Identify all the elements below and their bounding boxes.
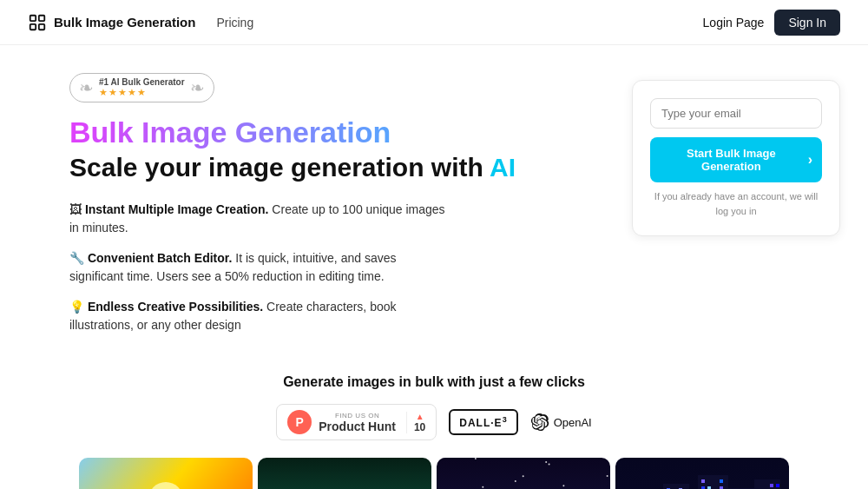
image-card bbox=[615, 458, 789, 489]
badge-stars: ★★★★★ bbox=[99, 87, 185, 98]
openai-label: OpenAI bbox=[554, 416, 592, 429]
badge-content: #1 AI Bulk Generator ★★★★★ bbox=[99, 77, 185, 98]
nav-logo: Bulk Image Generation bbox=[28, 13, 195, 32]
svg-rect-0 bbox=[30, 15, 36, 20]
logos-row: P FIND US ON Product Hunt ▲ 10 DALL·E3 O… bbox=[0, 404, 868, 440]
nav-right: Login Page Sign In bbox=[703, 10, 840, 36]
laurel-right-icon: ❧ bbox=[190, 77, 205, 98]
email-input[interactable] bbox=[650, 98, 822, 129]
dalle-badge: DALL·E3 bbox=[449, 409, 517, 435]
laurel-left-icon: ❧ bbox=[79, 77, 94, 98]
navbar: Bulk Image Generation Pricing Login Page… bbox=[0, 0, 868, 45]
hero-title-ai: AI bbox=[490, 153, 516, 182]
logo-text: Bulk Image Generation bbox=[54, 15, 195, 30]
ph-letter: P bbox=[296, 415, 304, 429]
images-row bbox=[0, 458, 868, 489]
svg-rect-3 bbox=[39, 23, 44, 29]
rank-badge: ❧ #1 AI Bulk Generator ★★★★★ ❧ bbox=[69, 73, 214, 102]
right-column: Start Bulk Image Generation › If you alr… bbox=[632, 73, 840, 347]
ph-arrow-icon: ▲ bbox=[416, 412, 424, 421]
ph-name: Product Hunt bbox=[319, 420, 396, 433]
main-content: ❧ #1 AI Bulk Generator ★★★★★ ❧ Bulk Imag… bbox=[0, 45, 868, 347]
dalle-label: DALL·E3 bbox=[459, 417, 507, 429]
ph-vote-count: 10 bbox=[414, 421, 425, 433]
features-list: 🖼 Instant Multiple Image Creation. Creat… bbox=[69, 201, 597, 334]
feature-item: 🖼 Instant Multiple Image Creation. Creat… bbox=[69, 201, 451, 237]
feature-item: 🔧 Convenient Batch Editor. It is quick, … bbox=[69, 249, 451, 286]
hero-title-top: Bulk Image Generation bbox=[69, 116, 597, 149]
bottom-section: Generate images in bulk with just a few … bbox=[0, 347, 868, 489]
start-button-label: Start Bulk Image Generation bbox=[660, 147, 803, 173]
bottom-heading: Generate images in bulk with just a few … bbox=[0, 374, 868, 390]
svg-rect-2 bbox=[30, 23, 36, 29]
logo-icon bbox=[28, 13, 47, 32]
ph-circle-icon: P bbox=[287, 410, 312, 434]
arrow-icon: › bbox=[808, 152, 812, 168]
nav-left: Bulk Image Generation Pricing bbox=[28, 13, 253, 32]
product-hunt-badge[interactable]: P FIND US ON Product Hunt ▲ 10 bbox=[276, 404, 437, 440]
badge-rank-label: #1 AI Bulk Generator bbox=[99, 77, 185, 87]
image-card bbox=[258, 458, 431, 489]
openai-badge: OpenAI bbox=[530, 413, 592, 432]
hero-title-main: Scale your image generation with AI bbox=[69, 152, 597, 183]
openai-icon bbox=[530, 413, 549, 432]
ph-text: FIND US ON Product Hunt bbox=[319, 412, 396, 433]
ph-top-line: FIND US ON bbox=[319, 412, 396, 420]
nav-pricing-link[interactable]: Pricing bbox=[216, 16, 253, 30]
start-button[interactable]: Start Bulk Image Generation › bbox=[650, 137, 822, 182]
form-note: If you already have an account, we will … bbox=[650, 189, 822, 218]
login-button[interactable]: Login Page bbox=[703, 16, 765, 30]
left-column: ❧ #1 AI Bulk Generator ★★★★★ ❧ Bulk Imag… bbox=[69, 73, 597, 347]
hero-title-prefix: Scale your image generation with bbox=[69, 153, 490, 182]
feature-item: 💡 Endless Creative Possibilities. Create… bbox=[69, 298, 451, 334]
signin-button[interactable]: Sign In bbox=[774, 10, 840, 36]
svg-rect-1 bbox=[39, 15, 44, 20]
image-card bbox=[437, 458, 610, 489]
image-card bbox=[79, 458, 253, 489]
ph-vote: ▲ 10 bbox=[406, 412, 425, 433]
signup-card: Start Bulk Image Generation › If you alr… bbox=[632, 80, 840, 236]
